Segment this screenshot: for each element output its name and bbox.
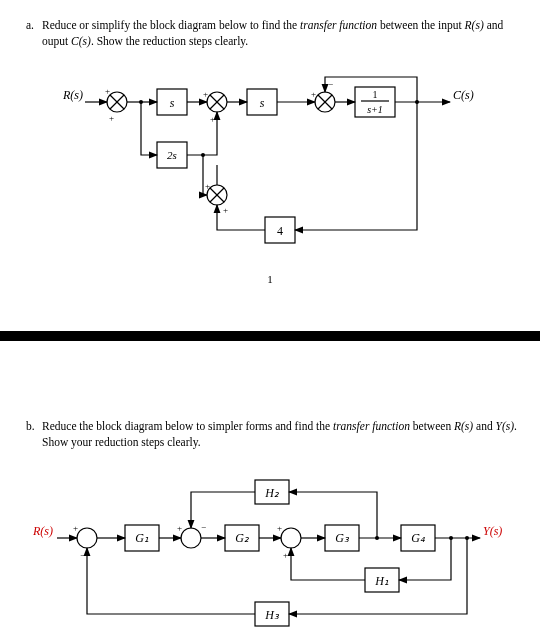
label-Rs: R(s) [62, 88, 83, 102]
s1-plus: + [105, 86, 110, 96]
part-a-text1: Reduce or simplify the block diagram bel… [42, 19, 300, 31]
svg-text:G₄: G₄ [411, 531, 425, 545]
svg-text:+: + [73, 523, 78, 533]
problem-a: a. Reduce or simplify the block diagram … [0, 0, 540, 59]
b3-den: s+1 [367, 104, 383, 115]
part-a-letter: a. [26, 18, 34, 34]
svg-text:+: + [205, 181, 210, 191]
diagram-b: R(s) + − G₁ + − G₂ + + G₃ G₄ Y(s) H₂ H₁ … [25, 468, 515, 628]
s1-plus2: + [109, 113, 114, 123]
svg-text:H₂: H₂ [264, 486, 280, 500]
svg-text:−: − [80, 550, 85, 560]
svg-text:+: + [283, 550, 288, 560]
svg-text:G₂: G₂ [235, 531, 250, 545]
part-b-letter: b. [26, 419, 35, 435]
problem-b: b. Reduce the block diagram below to sim… [0, 401, 540, 460]
svg-text:H₃: H₃ [264, 608, 280, 622]
svg-text:−: − [328, 79, 333, 89]
summer-b-s1 [77, 528, 97, 548]
svg-text:G₁: G₁ [135, 531, 149, 545]
part-a-tf: transfer function [300, 19, 377, 31]
label-Ys: Y(s) [483, 524, 502, 538]
svg-text:+: + [277, 523, 282, 533]
svg-text:−: − [201, 522, 206, 532]
svg-text:+: + [210, 114, 215, 124]
b3-num: 1 [373, 89, 378, 100]
page-number: 1 [0, 267, 540, 299]
part-b-mid: and [473, 420, 495, 432]
part-b-Ys: Y(s) [496, 420, 515, 432]
part-b-text2: between [410, 420, 454, 432]
part-b-Rs: R(s) [454, 420, 473, 432]
label-Cs: C(s) [453, 88, 474, 102]
part-b-tf: transfer function [333, 420, 410, 432]
b5-label: 4 [277, 224, 283, 238]
part-a-Rs: R(s) [465, 19, 484, 31]
summer-b-s2 [181, 528, 201, 548]
svg-text:H₁: H₁ [374, 574, 389, 588]
b4-label: 2s [167, 149, 177, 161]
part-a-text2: between the input [377, 19, 465, 31]
part-b-text1: Reduce the block diagram below to simple… [42, 420, 333, 432]
svg-text:G₃: G₃ [335, 531, 350, 545]
part-a-tail: . Show the reduction steps clearly. [91, 35, 248, 47]
part-a-Cs: C(s) [71, 35, 91, 47]
b1-label: s [170, 96, 175, 110]
diagram-a: R(s) + + s + + s + − 1 s+1 C(s) 2s + + 4 [55, 67, 485, 267]
b2-label: s [260, 96, 265, 110]
label-Rs-b: R(s) [32, 524, 53, 538]
svg-text:+: + [311, 89, 316, 99]
svg-text:+: + [203, 89, 208, 99]
svg-text:+: + [177, 523, 182, 533]
summer-b-s3 [281, 528, 301, 548]
svg-text:+: + [223, 205, 228, 215]
page-divider [0, 331, 540, 341]
